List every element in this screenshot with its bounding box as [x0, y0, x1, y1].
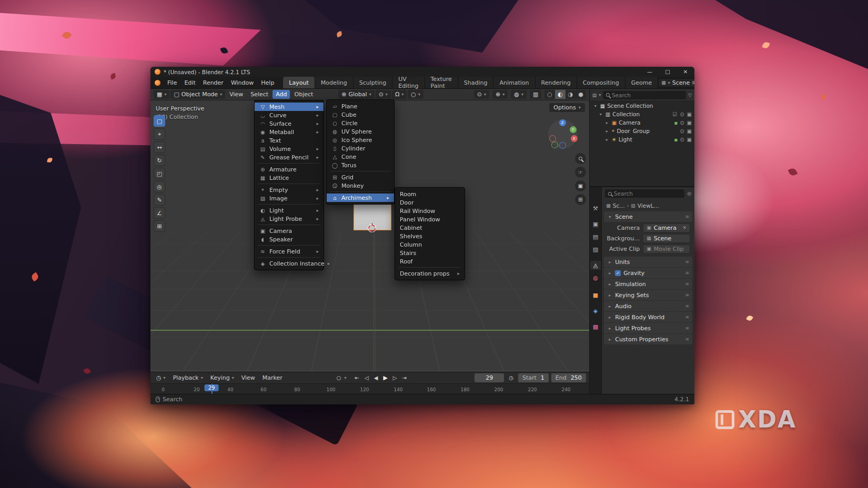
properties-search-input[interactable]	[614, 190, 681, 197]
titlebar[interactable]: * (Unsaved) - Blender 4.2.1 LTS — □ ✕	[150, 67, 694, 77]
disable-render-icon[interactable]: ▣	[687, 111, 692, 117]
tab-shading[interactable]: Shading	[458, 77, 494, 88]
archimesh-item-panel-window[interactable]: Panel Window	[395, 215, 465, 223]
timeline-ruler[interactable]: 0 20 40 60 80 100 120 140 160 180 200 22…	[150, 383, 589, 394]
outliner-row-camera[interactable]: ▸ ▣ Camera ▪ ⊙ ▣	[590, 118, 694, 127]
use-preview-range-icon[interactable]: ◷	[507, 374, 516, 381]
collapse-icon[interactable]: ▾	[593, 104, 598, 108]
menu-window[interactable]: Window	[227, 77, 257, 88]
current-frame-field[interactable]: 29	[475, 373, 504, 382]
mesh-menu-item-cone[interactable]: △ Cone	[327, 152, 394, 161]
object-tab-icon[interactable]: ■	[590, 291, 601, 300]
background-scene-field[interactable]: ▦ Scene	[643, 234, 690, 243]
snap-dropdown[interactable]: Ω ▾	[392, 90, 407, 99]
editor-type-button[interactable]: ▦ ▾	[154, 90, 169, 99]
gizmo-y-neg[interactable]	[551, 141, 558, 148]
playback-menu[interactable]: Playback ▾	[170, 373, 206, 382]
archimesh-item-rail-window[interactable]: Rail Window	[395, 207, 465, 215]
panel-menu-icon[interactable]: ≡	[685, 270, 689, 276]
play-button[interactable]: ▶	[381, 374, 389, 382]
expand-icon[interactable]: ▸	[607, 337, 612, 342]
add-menu-item-volume[interactable]: ▤ Volume ▸	[255, 145, 324, 153]
expand-icon[interactable]: ▸	[604, 120, 610, 125]
collapse-icon[interactable]: ▾	[598, 112, 603, 117]
add-menu-item-grease-pencil[interactable]: ✎ Grease Pencil ▸	[255, 153, 324, 161]
hide-eye-icon[interactable]: ⊙	[680, 137, 684, 143]
expand-icon[interactable]: ▸	[607, 271, 612, 276]
proportional-edit-dropdown[interactable]: ○ ▾	[408, 90, 423, 99]
expand-icon[interactable]: ▸	[604, 137, 610, 142]
add-menu-item-text[interactable]: a Text	[255, 136, 324, 145]
gizmos-dropdown[interactable]: ⊕ ▾	[492, 90, 508, 99]
render-tab-icon[interactable]: ▣	[590, 220, 601, 229]
transform-tool-icon[interactable]: ◎	[154, 181, 165, 192]
next-keyframe-button[interactable]: ▷	[391, 374, 399, 381]
move-tool-icon[interactable]: ↔	[154, 141, 165, 153]
outliner-search-input[interactable]	[612, 92, 683, 98]
tab-sculpting[interactable]: Sculpting	[354, 77, 392, 88]
current-frame-badge[interactable]: 29	[205, 384, 219, 391]
active-clip-field[interactable]: ▣ Movie Clip	[643, 245, 690, 253]
pivot-dropdown[interactable]: ⊙ ▾	[376, 90, 391, 99]
gizmo-y-axis[interactable]: Y	[570, 126, 577, 133]
mesh-menu-item-cylinder[interactable]: ▯ Cylinder	[327, 144, 394, 152]
mesh-menu-item-torus[interactable]: ◯ Torus	[327, 161, 394, 169]
outliner-row-light[interactable]: ▸ ☀ Light ▪ ⊙ ▣	[590, 135, 694, 144]
add-menu-button[interactable]: Add	[272, 90, 290, 99]
add-menu-item-lattice[interactable]: ▦ Lattice	[255, 174, 324, 182]
breadcrumb-view-layer[interactable]: ViewL…	[638, 202, 659, 209]
gravity-panel-header[interactable]: ▸ ✓ Gravity ≡	[604, 268, 692, 278]
previous-keyframe-button[interactable]: ◁	[362, 374, 371, 381]
pin-icon[interactable]: ◎	[687, 191, 691, 196]
menu-file[interactable]: File	[164, 77, 180, 88]
add-menu-item-armature[interactable]: ⊕ Armature	[255, 165, 324, 174]
scene-selector[interactable]: ▦ ▾ Scene ⊞ ✕	[658, 78, 694, 87]
zoom-icon[interactable]	[575, 153, 586, 164]
breadcrumb-scene[interactable]: Sc…	[613, 202, 625, 209]
panel-menu-icon[interactable]: ≡	[685, 281, 689, 287]
tab-texture-paint[interactable]: Texture Paint	[425, 77, 458, 88]
view-menu[interactable]: View	[226, 90, 246, 99]
expand-icon[interactable]: ▸	[607, 282, 612, 287]
mesh-menu-item-plane[interactable]: ▱ Plane	[327, 102, 394, 110]
panel-menu-icon[interactable]: ≡	[685, 337, 689, 342]
navigation-gizmo[interactable]: Z Y X	[548, 119, 578, 149]
outliner-row-collection[interactable]: ▾ ▥ Collection ☑ ⊙ ▣	[590, 110, 694, 118]
new-scene-icon[interactable]: ⊞	[692, 80, 694, 85]
hide-eye-icon[interactable]: ⊙	[680, 111, 684, 117]
custom-properties-panel-header[interactable]: ▸ Custom Properties ≡	[604, 334, 692, 344]
panel-menu-icon[interactable]: ≡	[685, 259, 689, 265]
frame-end-field[interactable]: End 250	[551, 373, 586, 382]
shading-wireframe-button[interactable]: ○	[544, 90, 555, 99]
units-panel-header[interactable]: ▸ Units ≡	[604, 257, 692, 267]
add-menu-item-empty[interactable]: ⌖ Empty ▸	[255, 186, 324, 194]
hide-eye-icon[interactable]: ⊙	[680, 120, 684, 126]
mesh-menu-item-archimesh[interactable]: ⌂ Archimesh ▸	[327, 194, 394, 202]
jump-to-start-button[interactable]: ⇤	[353, 374, 361, 381]
disable-render-icon[interactable]: ▣	[687, 128, 692, 134]
mesh-menu-item-monkey[interactable]: ☺ Monkey	[327, 181, 394, 190]
expand-icon[interactable]: ▸	[607, 304, 612, 309]
filter-icon[interactable]: ▽	[688, 93, 692, 98]
exclude-checkbox-icon[interactable]: ☑	[672, 111, 677, 117]
gizmo-x-axis[interactable]: X	[571, 135, 578, 142]
visibility-dropdown[interactable]: ⊙ ▾	[474, 90, 489, 99]
frame-start-field[interactable]: Start 1	[518, 373, 549, 382]
expand-icon[interactable]: ▸	[607, 260, 612, 265]
shading-solid-button[interactable]: ◐	[555, 90, 566, 99]
select-menu[interactable]: Select	[247, 90, 271, 99]
overlays-dropdown[interactable]: ◍ ▾	[511, 90, 527, 99]
panel-menu-icon[interactable]: ≡	[685, 292, 689, 298]
camera-view-icon[interactable]: ▣	[575, 180, 586, 191]
tab-geometry-nodes[interactable]: Geome	[625, 77, 659, 88]
panel-menu-icon[interactable]: ≡	[685, 326, 689, 331]
add-menu-item-image[interactable]: ▨ Image ▸	[255, 194, 324, 202]
clear-icon[interactable]: ✕	[682, 225, 687, 230]
mesh-menu-item-grid[interactable]: ⊞ Grid	[327, 173, 394, 181]
orthographic-toggle-icon[interactable]: ⊞	[575, 194, 586, 205]
expand-icon[interactable]: ▸	[607, 293, 612, 298]
expand-icon[interactable]: ▸	[607, 326, 612, 331]
add-menu-item-speaker[interactable]: ◖ Speaker	[255, 235, 324, 243]
expand-icon[interactable]: ▸	[604, 129, 610, 134]
outliner-editor-icon[interactable]: ▤	[592, 93, 597, 98]
